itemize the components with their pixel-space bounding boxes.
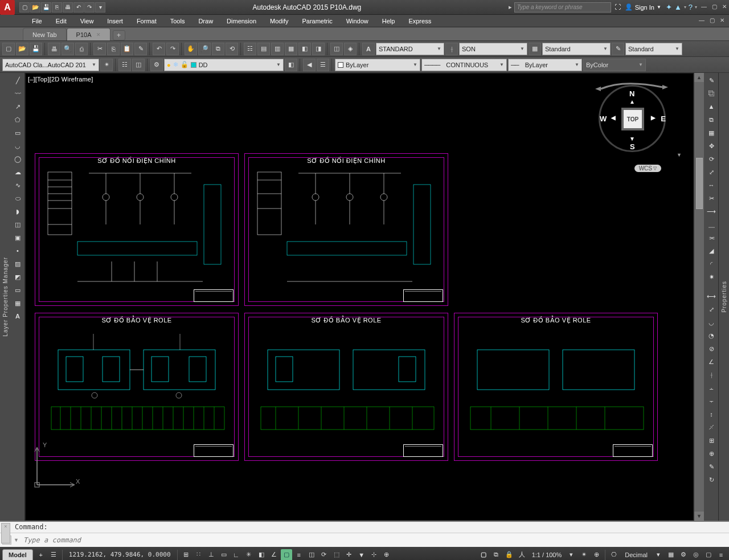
table-style-dropdown[interactable]: Standard▼	[542, 43, 611, 55]
menu-file[interactable]: File	[25, 16, 49, 26]
workspace-switch-icon[interactable]: ✴	[578, 549, 589, 561]
search-chevron-icon[interactable]: ▸	[509, 3, 512, 11]
open-doc-icon[interactable]: 📂	[16, 43, 28, 55]
dim-edit-icon[interactable]: ✎	[705, 460, 718, 473]
layer-manager-panel[interactable]: Layer Properties Manager	[0, 73, 10, 521]
block-icon[interactable]: ◫	[330, 43, 343, 55]
help-icon[interactable]: ?	[689, 3, 693, 11]
tolerance-icon[interactable]: ⊞	[705, 434, 718, 447]
dim-quick-icon[interactable]: ⟊	[705, 369, 718, 381]
dim-aligned-icon[interactable]: ⤢	[705, 303, 718, 316]
line-icon[interactable]: ╱	[11, 74, 24, 87]
plot2-icon[interactable]: 🖶	[48, 43, 60, 55]
view-cube[interactable]: TOP N S W E ▲ ▼ ◀ ▶ ▼	[595, 81, 669, 156]
cut-icon[interactable]: ✂	[93, 43, 106, 55]
file-tab-new[interactable]: New Tab	[23, 28, 67, 40]
lweight-display-icon[interactable]: ≡	[293, 549, 305, 561]
transparency-icon[interactable]: ◫	[306, 549, 317, 561]
offset-icon[interactable]: ⧉	[705, 113, 718, 126]
menu-help[interactable]: Help	[375, 16, 402, 26]
vertical-scrollbar[interactable]: ▲ ▼	[694, 73, 704, 521]
dimstyle-icon[interactable]: ⟊	[445, 43, 458, 55]
ortho-icon[interactable]: ∟	[231, 549, 242, 561]
qat-more-icon[interactable]: ▾	[95, 2, 105, 13]
menu-window[interactable]: Window	[339, 16, 375, 26]
viewport-label[interactable]: [–][Top][2D Wireframe]	[28, 76, 93, 83]
signin-area[interactable]: ⛶ 👤 Sign In ▼	[615, 3, 661, 11]
add-tab-button[interactable]: +	[113, 30, 125, 40]
cube-w[interactable]: W	[600, 115, 607, 123]
layout-add-icon[interactable]: +	[35, 549, 47, 561]
dim-arc-icon[interactable]: ◡	[705, 316, 718, 329]
dim-radius-icon[interactable]: ◔	[705, 329, 718, 342]
match-icon[interactable]: ✎	[134, 43, 147, 55]
sheet-set-icon[interactable]: ▦	[285, 43, 297, 55]
doc-maximize-icon[interactable]: ▢	[707, 17, 716, 25]
quickcalc-icon[interactable]: ◨	[312, 43, 325, 55]
help-search-input[interactable]: Type a keyword or phrase	[514, 2, 611, 13]
tab-close-icon[interactable]: ✕	[96, 32, 101, 38]
cmd-recent-icon[interactable]: ▼	[14, 537, 19, 543]
doc-minimize-icon[interactable]: —	[697, 17, 706, 25]
layer-filter-icon[interactable]: ⚙	[150, 59, 163, 71]
model-tab[interactable]: Model	[2, 549, 33, 561]
ellipse-icon[interactable]: ⬭	[11, 192, 24, 205]
chamfer-icon[interactable]: ◢	[705, 244, 718, 257]
layer-prev-icon[interactable]: ◀	[303, 59, 316, 71]
redo2-icon[interactable]: ↷	[166, 43, 179, 55]
tool-palette-icon[interactable]: ▥	[271, 43, 284, 55]
layer-props-icon[interactable]: ☷	[118, 59, 131, 71]
annomon-icon[interactable]: ⊕	[381, 549, 392, 561]
spline-icon[interactable]: ∿	[11, 179, 24, 191]
scale-icon[interactable]: ⤢	[705, 166, 718, 178]
props-icon[interactable]: ☷	[244, 43, 256, 55]
center-mark-icon[interactable]: ⊕	[705, 447, 718, 460]
cube-menu-icon[interactable]: ▼	[677, 152, 682, 158]
undo2-icon[interactable]: ↶	[153, 43, 165, 55]
dynamic-icon[interactable]: ▭	[218, 549, 230, 561]
zoom-prev-icon[interactable]: ⟲	[226, 43, 238, 55]
scale-readout[interactable]: 1:1 / 100%	[529, 549, 565, 561]
ml-style-dropdown[interactable]: Standard▼	[625, 43, 682, 55]
cube-s[interactable]: S	[630, 142, 635, 151]
grid-icon[interactable]: ⊞	[181, 549, 192, 561]
cycling-icon[interactable]: ⟳	[318, 549, 330, 561]
minimize-icon[interactable]: —	[699, 3, 708, 11]
zoom-win-icon[interactable]: ⧉	[212, 43, 224, 55]
osnap-icon[interactable]: ▢	[281, 549, 292, 561]
redo-icon[interactable]: ↷	[84, 2, 95, 13]
snap-icon[interactable]: ∷	[193, 549, 204, 561]
markup-icon[interactable]: ◧	[298, 43, 311, 55]
move-icon[interactable]: ✥	[705, 140, 718, 152]
menu-tools[interactable]: Tools	[163, 16, 192, 26]
paste-icon[interactable]: 📋	[121, 43, 133, 55]
circle-icon[interactable]: ◯	[11, 153, 24, 165]
scroll-down-icon[interactable]: ▼	[694, 512, 704, 521]
rotate-icon[interactable]: ⟳	[705, 153, 718, 165]
open-icon[interactable]: 📂	[30, 2, 40, 13]
ellipse-arc-icon[interactable]: ◗	[11, 205, 24, 218]
model-paper-icon[interactable]: ▢	[478, 549, 489, 561]
units-icon[interactable]: ⎔	[608, 549, 620, 561]
extend-icon[interactable]: ⟶	[705, 205, 718, 218]
region-icon[interactable]: ▭	[11, 284, 24, 296]
make-block-icon[interactable]: ▣	[11, 231, 24, 244]
annoscale2-icon[interactable]: 人	[517, 549, 528, 561]
3dosnap-icon[interactable]: ⬚	[331, 549, 342, 561]
dim-space-icon[interactable]: ↕	[705, 408, 718, 420]
units-dd-icon[interactable]: ▾	[653, 549, 664, 561]
linetype-dropdown[interactable]: ──── CONTINUOUS▼	[421, 59, 507, 71]
menu-view[interactable]: View	[73, 16, 101, 26]
layout-nav-icon[interactable]: ☰	[48, 549, 59, 561]
cloud-icon[interactable]: ▲	[674, 3, 682, 11]
mlstyle-icon[interactable]: ✎	[612, 43, 624, 55]
menu-dimension[interactable]: Dimension	[220, 16, 263, 26]
command-input[interactable]	[21, 535, 727, 545]
workspace-dropdown[interactable]: AutoCAD Cla...AutoCAD 201▼	[2, 59, 99, 71]
menu-insert[interactable]: Insert	[100, 16, 130, 26]
dim-diameter-icon[interactable]: ⊘	[705, 342, 718, 355]
drawing-canvas[interactable]: [–][Top][2D Wireframe] TOP N S W E ▲ ▼ ◀…	[25, 73, 694, 521]
undo-icon[interactable]: ↶	[73, 2, 84, 13]
save-doc-icon[interactable]: 💾	[30, 43, 42, 55]
dim-angular-icon[interactable]: ∠	[705, 355, 718, 368]
